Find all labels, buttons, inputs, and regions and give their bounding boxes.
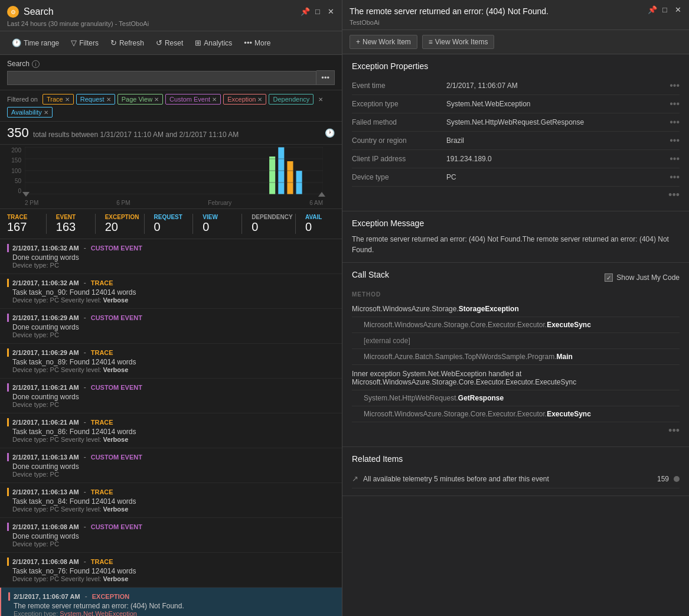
result-type: CUSTOM EVENT	[91, 245, 142, 252]
right-maximize-button[interactable]: □	[661, 6, 669, 14]
filter-close-row[interactable]: ✕	[318, 96, 323, 103]
search-input[interactable]	[7, 71, 316, 85]
filter-tag-customevent[interactable]: Custom Event ✕	[165, 94, 221, 105]
list-item[interactable]: 2/1/2017, 11:06:29 AM - TRACE Task task_…	[0, 344, 342, 379]
result-type: CUSTOM EVENT	[91, 384, 142, 391]
prop-more-device[interactable]: •••	[670, 172, 680, 182]
chart-nav-left[interactable]	[22, 192, 30, 197]
list-item[interactable]: 2/1/2017, 11:06:21 AM - CUSTOM EVENT Don…	[0, 379, 342, 413]
search-options-button[interactable]: •••	[316, 70, 335, 85]
view-work-items-button[interactable]: ≡ View Work Items	[422, 35, 495, 49]
list-item[interactable]: 2/1/2017, 11:06:21 AM - TRACE Task task_…	[0, 413, 342, 448]
result-timestamp: 2/1/2017, 11:06:08 AM	[12, 558, 79, 565]
result-type: TRACE	[91, 419, 113, 426]
filter-close-trace[interactable]: ✕	[65, 96, 70, 103]
prop-more-exception-type[interactable]: •••	[670, 99, 680, 109]
result-indicator	[8, 592, 10, 601]
method-column-header: METHOD	[352, 291, 680, 298]
filter-close-request[interactable]: ✕	[106, 96, 111, 103]
result-indicator	[7, 488, 9, 496]
close-button[interactable]: ✕	[326, 8, 335, 16]
result-message: Done counting words	[7, 253, 335, 262]
prop-more-event-time[interactable]: •••	[670, 80, 680, 91]
panel-header: ⚙ Search 📌 □ ✕ Last 24 hours (30 minute …	[0, 0, 342, 31]
result-timestamp: 2/1/2017, 11:06:21 AM	[12, 419, 79, 426]
results-count: 350	[7, 125, 29, 140]
list-item-selected[interactable]: 2/1/2017, 11:06:07 AM - EXCEPTION The re…	[0, 588, 342, 616]
refresh-button[interactable]: ↻ Refresh	[106, 36, 149, 50]
list-item[interactable]: 2/1/2017, 11:06:13 AM - CUSTOM EVENT Don…	[0, 448, 342, 483]
show-just-code-label: Show Just My Code	[616, 273, 680, 282]
right-close-button[interactable]: ✕	[674, 6, 682, 14]
filter-close-exception[interactable]: ✕	[257, 96, 262, 103]
filter-close-pageview[interactable]: ✕	[154, 96, 159, 103]
result-message: Task task_no_84: Found 124014 words	[7, 497, 335, 506]
list-item[interactable]: 2/1/2017, 11:06:08 AM - TRACE Task task_…	[0, 553, 342, 588]
right-pin-button[interactable]: 📌	[648, 6, 656, 14]
more-button[interactable]: ••• More	[239, 36, 275, 50]
filter-tag-availability[interactable]: Availability ✕	[7, 107, 53, 118]
show-just-code-toggle[interactable]: Show Just My Code	[605, 273, 680, 282]
refresh-icon: ↻	[110, 38, 117, 47]
prop-row-exception-type: Exception type System.Net.WebException •…	[352, 95, 680, 113]
panel-title-group: ⚙ Search	[7, 6, 54, 18]
list-item[interactable]: 2/1/2017, 11:06:13 AM - TRACE Task task_…	[0, 483, 342, 518]
properties-more-button[interactable]: •••	[352, 187, 680, 204]
right-panel-subtitle: TestOboAi	[350, 19, 548, 26]
exception-message-section: Exception Message The remote server retu…	[342, 211, 689, 263]
pin-button[interactable]: 📌	[301, 8, 309, 16]
prop-row-failed-method: Failed method System.Net.HttpWebRequest.…	[352, 113, 680, 132]
call-stack-more-button[interactable]: •••	[352, 422, 680, 439]
related-item[interactable]: ↗ All available telemetry 5 minutes befo…	[352, 470, 680, 488]
prop-more-ip[interactable]: •••	[670, 154, 680, 164]
filter-tag-exception[interactable]: Exception ✕	[223, 94, 266, 105]
stack-item: Microsoft.WindowsAzure.Storage.StorageEx…	[352, 301, 680, 317]
result-message: Done counting words	[7, 393, 335, 401]
prop-more-country[interactable]: •••	[670, 135, 680, 146]
filters-button[interactable]: ▽ Filters	[66, 36, 103, 50]
plus-icon: +	[356, 38, 360, 46]
new-work-item-button[interactable]: + New Work Item	[350, 35, 417, 49]
list-item[interactable]: 2/1/2017, 11:06:32 AM - TRACE Task task_…	[0, 274, 342, 309]
result-message: Task task_no_86: Found 124014 words	[7, 428, 335, 436]
list-icon: ≡	[429, 38, 433, 46]
analytics-button[interactable]: ⊞ Analytics	[190, 36, 237, 50]
result-meta: Device type: PC	[7, 540, 335, 547]
stat-request: REQUEST 0	[154, 214, 183, 234]
prop-more-failed-method[interactable]: •••	[670, 117, 680, 128]
result-indicator	[7, 453, 9, 461]
chart-nav-right[interactable]	[318, 192, 325, 197]
list-item[interactable]: 2/1/2017, 11:06:29 AM - CUSTOM EVENT Don…	[0, 309, 342, 344]
result-type: CUSTOM EVENT	[91, 314, 142, 321]
stack-item: Microsoft.WindowsAzure.Storage.Core.Exec…	[352, 317, 680, 333]
result-indicator	[7, 558, 9, 566]
exception-message-title: Exception Message	[352, 219, 680, 228]
result-timestamp: 2/1/2017, 11:06:13 AM	[12, 488, 79, 496]
stat-exception: EXCEPTION 20	[105, 214, 135, 234]
time-range-button[interactable]: 🕐 Time range	[7, 36, 64, 50]
list-item[interactable]: 2/1/2017, 11:06:32 AM - CUSTOM EVENT Don…	[0, 239, 342, 274]
list-item[interactable]: 2/1/2017, 11:06:08 AM - CUSTOM EVENT Don…	[0, 518, 342, 553]
maximize-button[interactable]: □	[314, 8, 322, 16]
y-axis-labels: 200 150 100 50 0	[7, 147, 24, 194]
result-meta: Device type: PC	[7, 331, 335, 338]
filter-close-availability[interactable]: ✕	[44, 109, 48, 116]
call-stack-header: Call Stack Show Just My Code	[352, 270, 680, 285]
result-meta: Device type: PC Severity level: Verbose	[7, 436, 335, 443]
clock-results-icon: 🕐	[325, 128, 335, 138]
chart-svg	[25, 147, 323, 194]
stack-item: Microsoft.WindowsAzure.Storage.Core.Exec…	[352, 406, 680, 422]
filter-tag-trace[interactable]: Trace ✕	[43, 94, 74, 105]
search-info-icon[interactable]: i	[32, 60, 40, 68]
result-message: Done counting words	[7, 323, 335, 331]
call-stack-title: Call Stack	[352, 270, 389, 279]
results-summary: 350 total results between 1/31/2017 11:1…	[0, 122, 342, 145]
show-just-code-checkbox[interactable]	[605, 273, 613, 282]
filter-close-customevent[interactable]: ✕	[212, 96, 217, 103]
filter-tag-dependency[interactable]: Dependency	[269, 94, 314, 105]
filter-tag-pageview[interactable]: Page View ✕	[117, 94, 163, 105]
reset-button[interactable]: ↺ Reset	[151, 36, 188, 50]
filter-tag-request[interactable]: Request ✕	[76, 94, 115, 105]
right-window-controls: 📌 □ ✕	[648, 6, 682, 14]
results-list: 2/1/2017, 11:06:32 AM - CUSTOM EVENT Don…	[0, 239, 342, 616]
